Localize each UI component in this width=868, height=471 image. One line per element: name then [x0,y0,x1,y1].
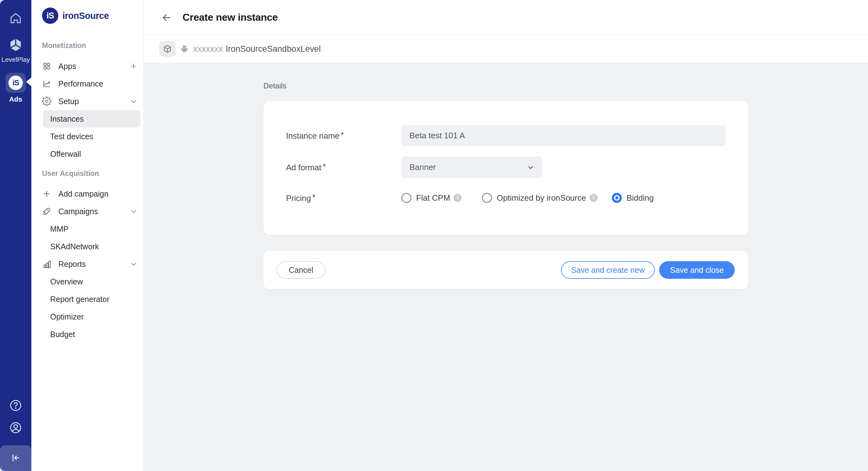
ad-format-select[interactable]: Banner [401,156,542,178]
account-icon [9,421,22,435]
home-icon [9,11,23,26]
sidebar-item-test-devices[interactable]: Test devices [43,128,140,145]
section-label-monetization: Monetization [42,41,143,50]
app-id-masked: xxxxxxx [193,44,223,54]
back-button[interactable] [160,11,173,24]
sidebar-item-performance[interactable]: Performance [31,75,143,93]
required-asterisk: * [341,130,344,139]
help-icon [9,399,22,413]
bar-chart-icon [42,259,52,269]
sidebar-item-overview[interactable]: Overview [43,273,140,290]
chevron-down-icon [129,207,138,215]
ironsource-monogram-icon: iS [8,75,23,90]
add-app-icon[interactable] [129,62,138,70]
cancel-button[interactable]: Cancel [277,261,326,279]
save-buttons-group: Save and create new Save and close [561,261,735,279]
chevron-down-icon [527,164,534,171]
performance-chart-icon [42,79,52,88]
required-asterisk: * [312,192,315,202]
sidebar-item-label: Reports [58,260,86,269]
levelplay-nav-button[interactable]: LevelPlay [1,37,30,63]
main-area: Create new instance xxxxxxx IronSourceSa… [144,0,868,471]
pricing-label: Pricing* [286,193,315,203]
form-actions-card: Cancel Save and create new Save and clos… [264,251,748,289]
sidebar-item-campaigns[interactable]: Campaigns [31,202,143,220]
brand-logo: iS ironSource [31,0,143,31]
gear-icon [42,97,52,106]
app-window: LevelPlay iS Ads [0,0,868,471]
sidebar-item-label: Add campaign [58,189,108,198]
instance-name-input[interactable] [401,125,725,146]
sidebar-item-report-generator[interactable]: Report generator [43,290,140,308]
radio-selected-icon[interactable] [612,193,622,203]
app-name: IronSourceSandboxLevel [226,44,321,54]
brand-name: ironSource [62,11,109,21]
sidebar-item-offerwall[interactable]: Offerwall [43,145,140,163]
levelplay-label: LevelPlay [1,56,30,63]
home-button[interactable] [9,11,23,26]
pricing-option-optimized[interactable]: Optimized by ironSource i [482,191,598,205]
sidebar-item-apps[interactable]: Apps [31,57,143,75]
account-button[interactable] [9,421,22,435]
save-and-close-button[interactable]: Save and close [659,261,735,279]
sidebar-item-mmp[interactable]: MMP [43,220,140,238]
plus-icon [42,189,52,198]
radio-icon[interactable] [401,193,411,203]
sidebar-item-skadnetwork[interactable]: SKAdNetwork [43,238,140,255]
collapse-icon [10,452,22,465]
unity-cube-icon [8,37,23,53]
sidebar-item-setup[interactable]: Setup [31,93,143,110]
sidebar-item-add-campaign[interactable]: Add campaign [31,185,143,202]
sidebar-item-optimizer[interactable]: Optimizer [43,308,140,325]
sidebar-item-budget[interactable]: Budget [43,325,140,343]
ads-nav-button[interactable]: iS Ads [6,73,26,103]
collapse-sidebar-button[interactable] [0,445,31,471]
info-icon[interactable]: i [454,194,462,202]
sidebar-item-reports[interactable]: Reports [31,255,143,273]
sidebar-item-instances[interactable]: Instances [43,110,140,128]
radio-icon[interactable] [482,193,492,203]
sidebar-item-label: Campaigns [58,207,98,216]
save-and-create-new-button[interactable]: Save and create new [561,261,655,279]
page-header: Create new instance [144,0,868,35]
content-area: Details Instance name* Ad format* Banner… [144,63,868,471]
ad-format-label: Ad format* [286,163,326,172]
app-cube-icon [159,41,176,57]
chevron-down-icon [129,97,138,105]
details-card: Instance name* Ad format* Banner Pricing… [264,101,748,235]
ads-active-indicator [26,77,31,86]
details-section-label: Details [264,82,868,90]
radio-label: Bidding [626,193,654,203]
required-asterisk: * [323,162,326,171]
android-icon [179,44,189,54]
pricing-option-bidding[interactable]: Bidding [612,191,654,205]
sidebar-item-label: Performance [58,79,103,88]
sidebar-item-label: Setup [58,97,79,106]
ironsource-logo-icon: iS [42,7,58,24]
rail-bottom-group [0,399,31,471]
instance-name-label: Instance name* [286,131,344,141]
info-icon[interactable]: i [590,194,598,202]
rocket-icon [42,207,52,216]
radio-label: Optimized by ironSource [497,193,586,203]
help-button[interactable] [9,399,22,413]
app-context-bar: xxxxxxx IronSourceSandboxLevel [144,35,868,63]
ads-tile: iS [6,73,26,93]
page-title: Create new instance [183,11,278,23]
sidebar-item-label: Apps [58,62,76,71]
product-rail: LevelPlay iS Ads [0,0,31,471]
ad-format-value: Banner [409,162,436,172]
apps-grid-icon [42,61,52,71]
section-label-user-acquisition: User Acquisition [42,169,143,178]
pricing-option-flat-cpm[interactable]: Flat CPM i [401,191,462,205]
radio-label: Flat CPM [416,193,450,203]
chevron-down-icon [129,260,138,268]
ads-label: Ads [9,95,22,103]
sidebar: iS ironSource Monetization Apps Performa… [31,0,144,471]
